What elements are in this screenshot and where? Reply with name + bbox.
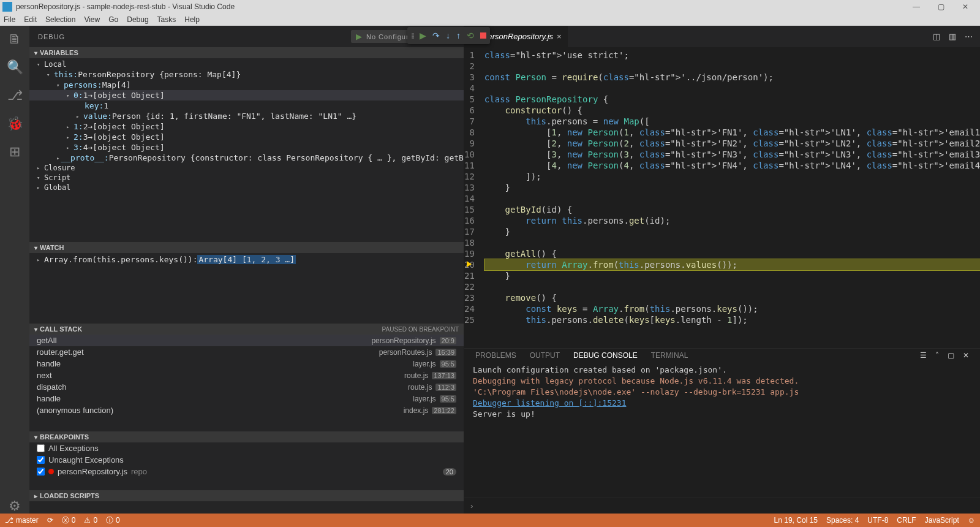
- scope-script[interactable]: ▾Script: [29, 173, 464, 183]
- watch-section-header[interactable]: ▾ WATCH: [29, 242, 464, 253]
- maximize-panel-icon[interactable]: ▢: [948, 351, 954, 360]
- callstack-frame-6[interactable]: (anonymous function)index.js281:22: [29, 404, 464, 416]
- branch-icon: ⎇: [5, 516, 13, 525]
- watch-item-0[interactable]: ▸Array.from(this.persons.keys()): Array[…: [29, 254, 464, 265]
- callstack-section-header[interactable]: ▾ CALL STACK PAUSED ON BREAKPOINT: [29, 324, 464, 335]
- minimize-button[interactable]: —: [904, 2, 929, 11]
- step-over-icon[interactable]: ↷: [432, 31, 440, 40]
- menu-edit[interactable]: Edit: [24, 15, 37, 24]
- debug-toolbar[interactable]: ⁞⁞ ▶ ↷ ↓ ↑ ⟲: [407, 27, 490, 44]
- scope-closure[interactable]: ▸Closure: [29, 163, 464, 173]
- callstack-frame-4[interactable]: dispatchroute.js112:3: [29, 381, 464, 393]
- var-entry-3[interactable]: ▸3: 4 → [object Object]: [29, 142, 464, 153]
- eol[interactable]: CRLF: [897, 516, 916, 525]
- language-mode[interactable]: JavaScript: [925, 516, 959, 525]
- bp-uncaught[interactable]: Uncaught Exceptions: [29, 454, 464, 466]
- drag-handle-icon[interactable]: ⁞⁞: [411, 31, 413, 40]
- code-lines[interactable]: class="hl-str">'use strict';const Person…: [480, 47, 980, 348]
- panel-tabs: PROBLEMS OUTPUT DEBUG CONSOLE TERMINAL ☰…: [464, 349, 980, 362]
- variables-section-header[interactable]: ▾ VARIABLES: [29, 47, 464, 58]
- breakpoints-label: BREAKPOINTS: [40, 433, 89, 441]
- errors-count[interactable]: ⓧ0: [62, 515, 76, 526]
- debug-console[interactable]: Launch configuration created based on 'p…: [464, 362, 980, 498]
- callstack-frame-5[interactable]: handlelayer.js95:5: [29, 393, 464, 404]
- warning-icon: ⚠: [84, 516, 91, 525]
- info-icon: ⓘ: [106, 515, 113, 526]
- menu-file[interactable]: File: [4, 15, 15, 24]
- continue-icon[interactable]: ▶: [420, 31, 426, 40]
- scope-local[interactable]: ▾Local: [29, 59, 464, 69]
- encoding[interactable]: UTF-8: [867, 516, 888, 525]
- code-editor[interactable]: 1234567891011121314151617181920212223242…: [464, 47, 980, 348]
- callstack-label: CALL STACK: [40, 325, 82, 333]
- info-count[interactable]: ⓘ0: [106, 515, 120, 526]
- callstack-frame-0[interactable]: getAllpersonRepository.js20:9: [29, 335, 464, 346]
- bp-checkbox[interactable]: [37, 468, 45, 476]
- var-entry-0-key[interactable]: key: 1: [29, 100, 464, 111]
- var-entry-1[interactable]: ▸1: 2 → [object Object]: [29, 121, 464, 132]
- close-tab-icon[interactable]: ×: [557, 32, 562, 41]
- var-persons[interactable]: ▾persons: Map[4]: [29, 80, 464, 90]
- menu-help[interactable]: Help: [184, 15, 200, 24]
- collapse-panel-icon[interactable]: ˄: [935, 351, 939, 360]
- watch-label: WATCH: [40, 244, 64, 251]
- loaded-scripts-section-header[interactable]: ▸ LOADED SCRIPTS: [29, 490, 464, 501]
- bp-file[interactable]: personRepository.js repo20: [29, 466, 464, 477]
- close-panel-icon[interactable]: ✕: [963, 351, 969, 360]
- more-actions-icon[interactable]: ⋯: [965, 32, 973, 41]
- sync-icon[interactable]: ⟳: [47, 516, 53, 525]
- line-gutter: 1234567891011121314151617181920212223242…: [464, 47, 480, 348]
- feedback-icon[interactable]: ☺: [968, 516, 975, 525]
- filter-icon[interactable]: ☰: [920, 351, 927, 360]
- var-proto[interactable]: ▸__proto__: PersonRepository {constructo…: [29, 153, 464, 163]
- indent-info[interactable]: Spaces: 4: [826, 516, 859, 525]
- debug-icon[interactable]: 🐞: [7, 116, 22, 131]
- callstack-frame-3[interactable]: nextroute.js137:13: [29, 370, 464, 381]
- git-branch[interactable]: ⎇master: [5, 516, 39, 525]
- menu-debug[interactable]: Debug: [127, 15, 148, 24]
- menu-go[interactable]: Go: [108, 15, 118, 24]
- watch-list: ▸Array.from(this.persons.keys()): Array[…: [29, 253, 464, 324]
- sidebar-header: DEBUG ▶ No Configurations ▾ ⚙: [29, 26, 464, 47]
- warnings-count[interactable]: ⚠0: [84, 516, 97, 525]
- menu-view[interactable]: View: [84, 15, 100, 24]
- breakpoints-section-header[interactable]: ▾ BREAKPOINTS: [29, 431, 464, 442]
- explorer-icon[interactable]: 🗎: [7, 32, 22, 47]
- search-icon[interactable]: 🔍: [7, 60, 22, 75]
- bp-all-exceptions[interactable]: All Exceptions: [29, 442, 464, 454]
- bp-checkbox[interactable]: [37, 456, 45, 464]
- var-entry-0-value[interactable]: ▸value: Person {id: 1, firstName: "FN1",…: [29, 111, 464, 121]
- scm-icon[interactable]: ⎇: [7, 88, 22, 103]
- menu-tasks[interactable]: Tasks: [157, 15, 176, 24]
- scope-global[interactable]: ▸Global: [29, 183, 464, 192]
- chevron-down-icon: ▾: [34, 50, 37, 56]
- stop-icon[interactable]: [480, 32, 486, 39]
- breakpoint-marker-icon[interactable]: [467, 259, 474, 267]
- panel-tab-debug-console[interactable]: DEBUG CONSOLE: [573, 351, 638, 360]
- step-out-icon[interactable]: ↑: [456, 31, 461, 40]
- var-entry-0[interactable]: ▾0: 1 → [object Object]: [29, 90, 464, 100]
- close-window-button[interactable]: ✕: [953, 2, 978, 11]
- settings-gear-icon[interactable]: ⚙: [7, 499, 22, 514]
- toggle-editor-layout-icon[interactable]: ▥: [949, 32, 956, 41]
- menu-selection[interactable]: Selection: [45, 15, 75, 24]
- breakpoints-list: All Exceptions Uncaught Exceptions perso…: [29, 442, 464, 490]
- callstack-frame-2[interactable]: handlelayer.js95:5: [29, 358, 464, 370]
- bottom-panel: PROBLEMS OUTPUT DEBUG CONSOLE TERMINAL ☰…: [464, 348, 980, 514]
- panel-tab-output[interactable]: OUTPUT: [530, 351, 560, 360]
- cursor-position[interactable]: Ln 19, Col 15: [774, 516, 818, 525]
- callstack-frame-1[interactable]: router.get.getpersonRoutes.js16:39: [29, 346, 464, 358]
- split-editor-icon[interactable]: ◫: [933, 32, 940, 41]
- step-into-icon[interactable]: ↓: [446, 31, 450, 40]
- extensions-icon[interactable]: ⊞: [7, 145, 22, 159]
- var-entry-2[interactable]: ▸2: 3 → [object Object]: [29, 132, 464, 142]
- debug-console-input[interactable]: ›: [464, 498, 980, 514]
- restart-icon[interactable]: ⟲: [467, 31, 474, 40]
- status-bar: ⎇master ⟳ ⓧ0 ⚠0 ⓘ0 Ln 19, Col 15 Spaces:…: [0, 514, 980, 527]
- panel-tab-problems[interactable]: PROBLEMS: [475, 351, 516, 360]
- maximize-button[interactable]: ▢: [929, 2, 953, 11]
- panel-tab-terminal[interactable]: TERMINAL: [651, 351, 688, 360]
- chevron-right-icon: ▸: [34, 493, 37, 499]
- bp-checkbox[interactable]: [37, 444, 45, 452]
- var-this[interactable]: ▾this: PersonRepository {persons: Map[4]…: [29, 69, 464, 80]
